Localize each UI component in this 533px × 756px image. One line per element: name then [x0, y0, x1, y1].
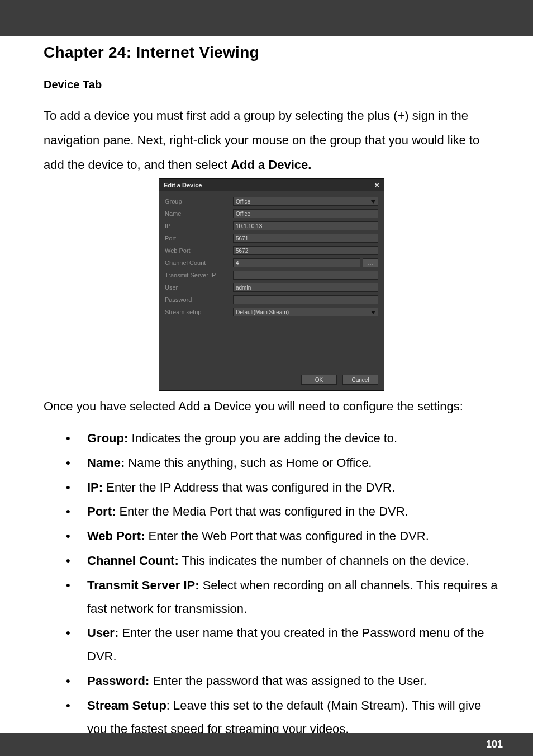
row-web-port: Web Port 5672: [165, 245, 378, 256]
value-channel-count: 4: [236, 260, 239, 266]
label-channel-count: Channel Count: [165, 259, 233, 266]
select-stream-setup[interactable]: Default(Main Stream): [233, 308, 378, 316]
bullet-desc: Indicates the group you are adding the d…: [128, 431, 397, 445]
ok-button[interactable]: OK: [301, 375, 337, 385]
cancel-button[interactable]: Cancel: [342, 375, 378, 385]
label-port: Port: [165, 235, 233, 242]
content-area: Device Tab To add a device you must firs…: [0, 62, 533, 740]
list-item: Name: Name this anything, such as Home o…: [66, 451, 499, 475]
list-item: Channel Count: This indicates the number…: [66, 549, 499, 573]
intro-text-b: Add a Device.: [231, 158, 311, 172]
dialog-spacer: [165, 319, 378, 369]
page-number: 101: [486, 739, 503, 750]
list-item: Password: Enter the password that was as…: [66, 669, 499, 693]
label-name: Name: [165, 210, 233, 217]
bullet-term: Group:: [87, 431, 128, 445]
bullet-desc: Enter the Media Port that was configured…: [116, 504, 408, 518]
bullet-term: IP:: [87, 480, 103, 494]
label-transmit-server-ip: Transmit Server IP: [165, 272, 233, 278]
dialog-title: Edit a Device: [164, 182, 202, 188]
bullet-term: Channel Count:: [87, 554, 179, 568]
input-port[interactable]: 5671: [233, 234, 378, 243]
row-transmit-server-ip: Transmit Server IP: [165, 270, 378, 281]
page: Chapter 24: Internet Viewing Device Tab …: [0, 0, 533, 756]
row-ip: IP 10.1.10.13: [165, 220, 378, 231]
settings-list: Group: Indicates the group you are addin…: [44, 427, 499, 740]
value-group: Office: [236, 199, 250, 205]
row-stream-setup: Stream setup Default(Main Stream): [165, 306, 378, 318]
list-item: IP: Enter the IP Address that was config…: [66, 476, 499, 499]
bullet-term: Name:: [87, 456, 125, 470]
bullet-term: Stream Setup: [87, 698, 166, 712]
row-port: Port 5671: [165, 233, 378, 244]
value-stream-setup: Default(Main Stream): [236, 309, 289, 315]
list-item: User: Enter the user name that you creat…: [66, 621, 499, 668]
list-item: Group: Indicates the group you are addin…: [66, 427, 499, 450]
row-name: Name Office: [165, 208, 378, 219]
bullet-desc: Enter the password that was assigned to …: [149, 674, 427, 688]
input-transmit-server-ip[interactable]: [233, 271, 378, 280]
bullet-desc: Name this anything, such as Home or Offi…: [125, 456, 372, 470]
value-ip: 10.1.10.13: [236, 223, 262, 229]
bullet-term: Transmit Server IP:: [87, 578, 199, 592]
input-password[interactable]: [233, 295, 378, 304]
dialog-body: Group Office Name Office IP 10.1.10.13 P…: [159, 191, 384, 371]
value-port: 5671: [236, 235, 248, 242]
value-user: admin: [236, 285, 251, 291]
list-item: Web Port: Enter the Web Port that was co…: [66, 525, 499, 548]
label-password: Password: [165, 296, 233, 303]
list-item: Port: Enter the Media Port that was conf…: [66, 500, 499, 523]
edit-device-dialog: Edit a Device ✕ Group Office Name Office…: [159, 178, 384, 391]
value-name: Office: [236, 211, 250, 217]
dialog-header: Edit a Device ✕: [159, 179, 384, 191]
close-icon[interactable]: ✕: [373, 181, 380, 189]
row-user: User admin: [165, 282, 378, 293]
label-web-port: Web Port: [165, 247, 233, 254]
bullet-term: User:: [87, 626, 118, 640]
title-bar: [0, 0, 533, 36]
section-heading: Device Tab: [44, 78, 499, 91]
bullet-desc: Enter the IP Address that was configured…: [103, 480, 395, 494]
dialog-illustration: Edit a Device ✕ Group Office Name Office…: [44, 178, 499, 391]
value-web-port: 5672: [236, 248, 248, 254]
label-user: User: [165, 284, 233, 291]
row-group: Group Office: [165, 196, 378, 207]
row-password: Password: [165, 294, 378, 305]
input-ip[interactable]: 10.1.10.13: [233, 221, 378, 230]
input-channel-count[interactable]: 4: [233, 258, 360, 267]
row-channel-count: Channel Count 4 ...: [165, 257, 378, 268]
bullet-term: Password:: [87, 674, 149, 688]
after-dialog-paragraph: Once you have selected Add a Device you …: [44, 394, 499, 419]
select-group[interactable]: Office: [233, 197, 378, 206]
label-group: Group: [165, 198, 233, 205]
list-item: Transmit Server IP: Select when recordin…: [66, 574, 499, 621]
intro-paragraph: To add a device you must first add a gro…: [44, 103, 499, 177]
channel-count-wrap: 4 ...: [233, 258, 378, 267]
bullet-desc: Enter the Web Port that was configured i…: [145, 529, 429, 543]
footer-bar: 101: [0, 733, 533, 756]
input-web-port[interactable]: 5672: [233, 246, 378, 255]
input-name[interactable]: Office: [233, 209, 378, 218]
bullet-desc: Enter the user name that you created in …: [87, 626, 484, 663]
label-stream-setup: Stream setup: [165, 309, 233, 315]
chapter-title: Chapter 24: Internet Viewing: [0, 36, 533, 62]
label-ip: IP: [165, 223, 233, 229]
bullet-term: Web Port:: [87, 529, 145, 543]
dialog-footer: OK Cancel: [159, 371, 384, 390]
input-user[interactable]: admin: [233, 283, 378, 292]
bullet-desc: This indicates the number of channels on…: [179, 554, 469, 568]
bullet-term: Port:: [87, 504, 116, 518]
ellipsis-button[interactable]: ...: [363, 258, 378, 267]
